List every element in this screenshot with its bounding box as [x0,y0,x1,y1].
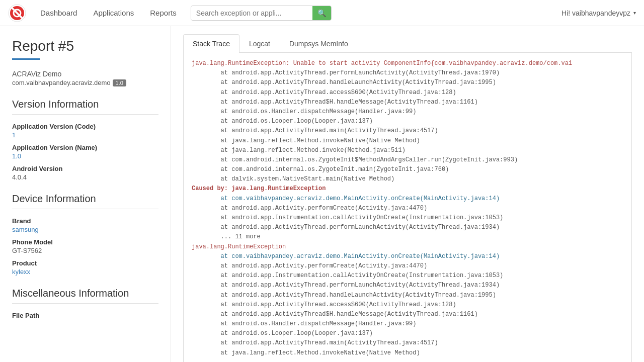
phone-model-value: GT-S7562 [12,247,158,254]
tab-stack-trace[interactable]: Stack Trace [183,34,239,53]
dashboard-link[interactable]: Dashboard [34,6,83,20]
sidebar: Report #5 ACRAViz Demo com.vaibhavpandey… [0,26,171,362]
product-value: kylexx [12,268,158,276]
device-section-title: Device Information [12,193,158,205]
tab-logcat[interactable]: Logcat [239,34,280,53]
search-button[interactable]: 🔍 [312,6,331,20]
reports-link[interactable]: Reports [144,6,183,20]
misc-section-title: Miscellaneous Information [12,288,158,299]
app-name: ACRAViz Demo [12,70,158,78]
brand-label: Brand [12,217,158,225]
search-input[interactable] [191,6,312,20]
phone-model-label: Phone Model [12,238,158,246]
title-underline [12,58,40,60]
tabs: Stack Trace Logcat Dumpsys MemInfo [183,34,632,53]
tab-dumpsys[interactable]: Dumpsys MemInfo [280,34,358,53]
misc-divider [12,303,158,304]
app-logo [8,4,26,22]
navbar: Dashboard Applications Reports 🔍 Hi! vai… [0,0,644,26]
product-label: Product [12,259,158,267]
android-version-value: 4.0.4 [12,173,158,181]
version-code-label: Application Version (Code) [12,123,158,130]
version-name-label: Application Version (Name) [12,144,158,151]
chevron-down-icon: ▾ [633,10,636,16]
search-container: 🔍 [191,6,332,21]
page-layout: Report #5 ACRAViz Demo com.vaibhavpandey… [0,26,644,362]
version-name-value: 1.0 [12,152,158,160]
stack-trace-container: java.lang.RuntimeException: Unable to st… [183,53,632,362]
user-greeting: Hi! vaibhavpandeyvpz [561,9,630,17]
applications-link[interactable]: Applications [87,6,140,20]
file-path-label: File Path [12,312,158,319]
app-package: com.vaibhavpandey.acraviz.demo1.0 [12,79,158,86]
report-title: Report #5 [12,38,158,54]
version-code-value: 1 [12,131,158,139]
stack-trace-pre: java.lang.RuntimeException: Unable to st… [192,59,623,358]
search-icon: 🔍 [317,9,326,17]
android-version-label: Android Version [12,165,158,172]
device-divider [12,209,158,209]
main-content: Stack Trace Logcat Dumpsys MemInfo java.… [171,26,644,362]
brand-value: samsung [12,226,158,233]
user-menu[interactable]: Hi! vaibhavpandeyvpz ▾ [561,9,636,17]
version-divider [12,114,158,115]
version-badge: 1.0 [113,79,126,86]
version-section-title: Version Information [12,99,158,110]
